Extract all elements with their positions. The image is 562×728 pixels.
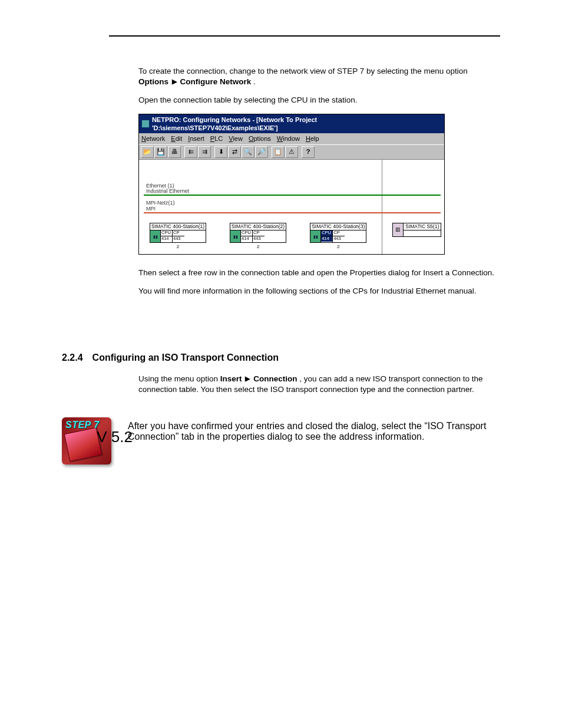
tb-btn-10[interactable]: 📋	[272, 146, 285, 158]
station-2[interactable]: SIMATIC 400-Station(2) ▮▮ CPU414 CP443 2	[230, 223, 286, 250]
menu-options[interactable]: Options	[249, 134, 271, 143]
intro-text-1b: .	[253, 77, 256, 86]
tb-help-icon[interactable]: ?	[302, 146, 315, 158]
menu-item-configure-network: Configure Network	[180, 77, 252, 86]
menu-arrow-icon: ▶	[171, 78, 178, 85]
tb-save-icon[interactable]: 💾	[154, 146, 167, 158]
slot-cpu-num: 414	[161, 236, 172, 242]
net-label-mpi-2: MPI	[144, 206, 441, 212]
menu-plc[interactable]: PLC	[210, 134, 223, 143]
config-lead-a: Using the menu option	[138, 374, 220, 383]
step7-version-label: V 5.2	[97, 429, 133, 444]
menu-arrow-icon: ▶	[244, 375, 251, 382]
rack-icon: ▮▮	[150, 230, 161, 242]
net-line-ethernet[interactable]	[144, 195, 441, 196]
tb-btn-9[interactable]: 🔎	[255, 146, 268, 158]
menu-path-insert-connection: Insert ▶ Connection	[220, 374, 299, 383]
net-label-mpi-1: MPI-Netz(1)	[144, 200, 441, 206]
menu-network[interactable]: Network	[141, 134, 165, 143]
net-line-mpi[interactable]	[144, 212, 441, 213]
station-3[interactable]: SIMATIC 400-Station(3) ▮▮ CPU414 CP443 2	[310, 223, 366, 250]
intro-text-1a: To create the connection, change to the …	[138, 67, 468, 75]
slot-cp-num: 443	[253, 236, 265, 242]
tb-btn-5[interactable]: ⇉	[198, 146, 211, 158]
stations-row: SIMATIC 400-Station(1) ▮▮ CPU414 CP443 2	[139, 215, 444, 250]
tb-btn-7[interactable]: ⇄	[228, 146, 241, 158]
intro-paragraph-1: To create the connection, change to the …	[138, 66, 500, 87]
step7-product-icon: STEP 7 V 5.2	[62, 417, 111, 465]
net-row-mpi: MPI-Netz(1) MPI	[144, 200, 441, 215]
slot-cpu-num-selected: 414	[321, 236, 332, 242]
tb-btn-4[interactable]: ⇇	[184, 146, 197, 158]
menu-item-connection: Connection	[253, 374, 297, 383]
tb-print-icon[interactable]: 🖶	[168, 146, 181, 158]
netpro-titlebar: NETPRO: Configuring Networks - [Network …	[139, 114, 444, 134]
menu-item-insert: Insert	[220, 374, 242, 383]
netpro-menubar[interactable]: Network Edit Insert PLC View Options Win…	[139, 133, 444, 144]
s5-slot	[404, 230, 441, 236]
slot-cpu-num: 414	[241, 236, 252, 242]
section-heading: 2.2.4 Configuring an ISO Transport Conne…	[62, 353, 500, 363]
netpro-toolbar: 📂 💾 🖶 ⇇ ⇉ ⬇ ⇄ 🔍 🔎 📋 ⚠ ?	[139, 144, 444, 160]
menu-insert[interactable]: Insert	[188, 134, 204, 143]
netpro-app-icon	[141, 120, 150, 128]
tb-btn-8[interactable]: 🔍	[242, 146, 254, 158]
menu-help[interactable]: Help	[306, 134, 319, 143]
menu-view[interactable]: View	[229, 134, 243, 143]
rack-icon: ▮▮	[310, 230, 321, 242]
netpro-window: NETPRO: Configuring Networks - [Network …	[138, 114, 445, 255]
station-1[interactable]: SIMATIC 400-Station(1) ▮▮ CPU414 CP443 2	[150, 223, 206, 250]
slot-cp-num: 443	[173, 236, 184, 242]
net-label-ie-2: Industrial Ethernet	[144, 189, 441, 194]
menu-path-options: Options ▶ Configure Network	[138, 77, 253, 86]
menu-window[interactable]: Window	[277, 134, 300, 143]
station-2-num: 2	[257, 244, 259, 250]
below-figure-text: Then select a free row in the connection…	[138, 268, 500, 278]
tb-warning-icon[interactable]: ⚠	[285, 146, 298, 158]
netpro-client-area: Ethernet (1) Industrial Ethernet MPI-Net…	[139, 160, 444, 254]
followup-paragraph: After you have confirmed your entries an…	[128, 421, 500, 442]
tb-open-icon[interactable]: 📂	[141, 146, 154, 158]
station-s5-title: SIMATIC S5(1)	[404, 223, 441, 230]
rack-icon: ▮▮	[230, 230, 241, 242]
intro-paragraph-2: Open the connection table by selecting t…	[138, 95, 500, 106]
s5-icon: ▥	[393, 223, 404, 236]
netpro-title: NETPRO: Configuring Networks - [Network …	[152, 116, 442, 133]
more-info-text: You will find more information in the fo…	[138, 286, 500, 297]
station-1-num: 2	[177, 244, 179, 250]
step7-brand-label: STEP 7	[65, 420, 100, 430]
followup-text: After you have confirmed your entries an…	[128, 421, 500, 442]
menu-item-options: Options	[138, 77, 168, 86]
net-row-ethernet: Ethernet (1) Industrial Ethernet	[144, 183, 441, 197]
station-3-num: 2	[337, 244, 339, 250]
header-rule	[109, 35, 500, 37]
config-lead: Using the menu option Insert ▶ Connectio…	[138, 374, 500, 395]
slot-cp-num: 443	[333, 236, 345, 242]
tb-download-icon[interactable]: ⬇	[214, 146, 227, 158]
menu-edit[interactable]: Edit	[171, 134, 182, 143]
station-s5[interactable]: ▥ SIMATIC S5(1)	[392, 223, 441, 250]
